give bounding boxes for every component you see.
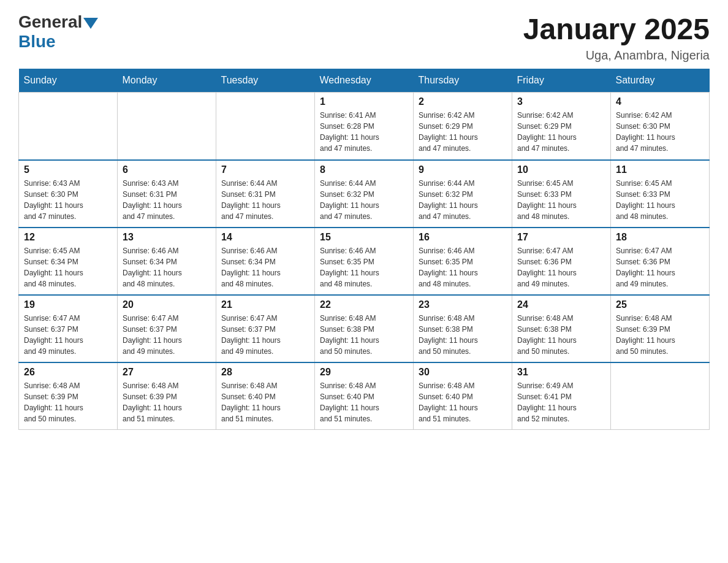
day-number: 31 bbox=[517, 367, 605, 378]
day-info: Sunrise: 6:45 AMSunset: 6:33 PMDaylight:… bbox=[616, 178, 704, 222]
day-info: Sunrise: 6:48 AMSunset: 6:39 PMDaylight:… bbox=[616, 313, 704, 357]
day-info: Sunrise: 6:46 AMSunset: 6:34 PMDaylight:… bbox=[221, 245, 309, 289]
day-info: Sunrise: 6:46 AMSunset: 6:35 PMDaylight:… bbox=[419, 245, 507, 289]
day-number: 23 bbox=[419, 299, 507, 310]
day-of-week-header: Sunday bbox=[19, 69, 118, 93]
day-of-week-header: Saturday bbox=[611, 69, 710, 93]
day-number: 14 bbox=[221, 232, 309, 243]
day-info: Sunrise: 6:47 AMSunset: 6:36 PMDaylight:… bbox=[517, 245, 605, 289]
day-number: 3 bbox=[517, 96, 605, 107]
day-number: 8 bbox=[320, 164, 408, 175]
calendar-week-row: 26Sunrise: 6:48 AMSunset: 6:39 PMDayligh… bbox=[19, 362, 710, 430]
calendar-cell: 11Sunrise: 6:45 AMSunset: 6:33 PMDayligh… bbox=[611, 160, 710, 228]
day-number: 25 bbox=[616, 299, 704, 310]
calendar-cell: 31Sunrise: 6:49 AMSunset: 6:41 PMDayligh… bbox=[512, 362, 611, 430]
day-number: 11 bbox=[616, 164, 704, 175]
day-info: Sunrise: 6:43 AMSunset: 6:30 PMDaylight:… bbox=[24, 178, 112, 222]
logo-arrow-icon bbox=[83, 18, 98, 29]
calendar-cell: 8Sunrise: 6:44 AMSunset: 6:32 PMDaylight… bbox=[315, 160, 414, 228]
day-number: 7 bbox=[221, 164, 309, 175]
day-info: Sunrise: 6:44 AMSunset: 6:32 PMDaylight:… bbox=[419, 178, 507, 222]
day-number: 16 bbox=[419, 232, 507, 243]
day-of-week-header: Monday bbox=[118, 69, 216, 93]
calendar-cell: 2Sunrise: 6:42 AMSunset: 6:29 PMDaylight… bbox=[414, 93, 512, 160]
calendar-cell: 7Sunrise: 6:44 AMSunset: 6:31 PMDaylight… bbox=[216, 160, 315, 228]
calendar-cell: 23Sunrise: 6:48 AMSunset: 6:38 PMDayligh… bbox=[414, 295, 512, 362]
calendar-cell: 14Sunrise: 6:46 AMSunset: 6:34 PMDayligh… bbox=[216, 228, 315, 295]
day-number: 20 bbox=[123, 299, 211, 310]
day-of-week-header: Friday bbox=[512, 69, 611, 93]
calendar: SundayMondayTuesdayWednesdayThursdayFrid… bbox=[18, 69, 710, 430]
day-info: Sunrise: 6:42 AMSunset: 6:30 PMDaylight:… bbox=[616, 110, 704, 154]
day-number: 24 bbox=[517, 299, 605, 310]
calendar-week-row: 12Sunrise: 6:45 AMSunset: 6:34 PMDayligh… bbox=[19, 228, 710, 295]
day-info: Sunrise: 6:47 AMSunset: 6:36 PMDaylight:… bbox=[616, 245, 704, 289]
page-header: General Blue January 2025 Uga, Anambra, … bbox=[18, 12, 710, 63]
day-info: Sunrise: 6:41 AMSunset: 6:28 PMDaylight:… bbox=[320, 110, 408, 154]
day-info: Sunrise: 6:42 AMSunset: 6:29 PMDaylight:… bbox=[517, 110, 605, 154]
calendar-cell: 24Sunrise: 6:48 AMSunset: 6:38 PMDayligh… bbox=[512, 295, 611, 362]
day-number: 1 bbox=[320, 96, 408, 107]
calendar-cell: 6Sunrise: 6:43 AMSunset: 6:31 PMDaylight… bbox=[118, 160, 216, 228]
day-number: 15 bbox=[320, 232, 408, 243]
day-number: 12 bbox=[24, 232, 112, 243]
day-info: Sunrise: 6:46 AMSunset: 6:35 PMDaylight:… bbox=[320, 245, 408, 289]
calendar-cell: 19Sunrise: 6:47 AMSunset: 6:37 PMDayligh… bbox=[19, 295, 118, 362]
day-number: 2 bbox=[419, 96, 507, 107]
day-number: 26 bbox=[24, 367, 112, 378]
day-info: Sunrise: 6:48 AMSunset: 6:40 PMDaylight:… bbox=[419, 380, 507, 424]
calendar-cell bbox=[611, 362, 710, 430]
day-number: 10 bbox=[517, 164, 605, 175]
day-info: Sunrise: 6:42 AMSunset: 6:29 PMDaylight:… bbox=[419, 110, 507, 154]
logo-general: General bbox=[18, 12, 82, 32]
calendar-cell: 18Sunrise: 6:47 AMSunset: 6:36 PMDayligh… bbox=[611, 228, 710, 295]
day-number: 19 bbox=[24, 299, 112, 310]
day-number: 5 bbox=[24, 164, 112, 175]
calendar-cell: 26Sunrise: 6:48 AMSunset: 6:39 PMDayligh… bbox=[19, 362, 118, 430]
calendar-cell: 28Sunrise: 6:48 AMSunset: 6:40 PMDayligh… bbox=[216, 362, 315, 430]
calendar-cell bbox=[118, 93, 216, 160]
month-title: January 2025 bbox=[523, 12, 710, 46]
day-number: 9 bbox=[419, 164, 507, 175]
day-number: 22 bbox=[320, 299, 408, 310]
calendar-cell: 12Sunrise: 6:45 AMSunset: 6:34 PMDayligh… bbox=[19, 228, 118, 295]
calendar-cell: 30Sunrise: 6:48 AMSunset: 6:40 PMDayligh… bbox=[414, 362, 512, 430]
calendar-cell: 16Sunrise: 6:46 AMSunset: 6:35 PMDayligh… bbox=[414, 228, 512, 295]
day-of-week-header: Tuesday bbox=[216, 69, 315, 93]
day-info: Sunrise: 6:48 AMSunset: 6:38 PMDaylight:… bbox=[517, 313, 605, 357]
calendar-cell: 21Sunrise: 6:47 AMSunset: 6:37 PMDayligh… bbox=[216, 295, 315, 362]
day-info: Sunrise: 6:47 AMSunset: 6:37 PMDaylight:… bbox=[123, 313, 211, 357]
logo: General Blue bbox=[18, 12, 99, 52]
day-number: 28 bbox=[221, 367, 309, 378]
day-info: Sunrise: 6:47 AMSunset: 6:37 PMDaylight:… bbox=[24, 313, 112, 357]
day-info: Sunrise: 6:45 AMSunset: 6:33 PMDaylight:… bbox=[517, 178, 605, 222]
day-number: 18 bbox=[616, 232, 704, 243]
day-info: Sunrise: 6:45 AMSunset: 6:34 PMDaylight:… bbox=[24, 245, 112, 289]
location: Uga, Anambra, Nigeria bbox=[523, 48, 710, 63]
day-info: Sunrise: 6:46 AMSunset: 6:34 PMDaylight:… bbox=[123, 245, 211, 289]
calendar-cell: 25Sunrise: 6:48 AMSunset: 6:39 PMDayligh… bbox=[611, 295, 710, 362]
calendar-cell bbox=[216, 93, 315, 160]
day-number: 30 bbox=[419, 367, 507, 378]
calendar-cell: 17Sunrise: 6:47 AMSunset: 6:36 PMDayligh… bbox=[512, 228, 611, 295]
day-number: 4 bbox=[616, 96, 704, 107]
day-number: 17 bbox=[517, 232, 605, 243]
day-info: Sunrise: 6:48 AMSunset: 6:38 PMDaylight:… bbox=[320, 313, 408, 357]
calendar-cell: 13Sunrise: 6:46 AMSunset: 6:34 PMDayligh… bbox=[118, 228, 216, 295]
day-info: Sunrise: 6:48 AMSunset: 6:40 PMDaylight:… bbox=[221, 380, 309, 424]
calendar-cell: 22Sunrise: 6:48 AMSunset: 6:38 PMDayligh… bbox=[315, 295, 414, 362]
calendar-cell: 3Sunrise: 6:42 AMSunset: 6:29 PMDaylight… bbox=[512, 93, 611, 160]
day-number: 29 bbox=[320, 367, 408, 378]
day-info: Sunrise: 6:44 AMSunset: 6:31 PMDaylight:… bbox=[221, 178, 309, 222]
calendar-week-row: 1Sunrise: 6:41 AMSunset: 6:28 PMDaylight… bbox=[19, 93, 710, 160]
day-info: Sunrise: 6:49 AMSunset: 6:41 PMDaylight:… bbox=[517, 380, 605, 424]
calendar-header-row: SundayMondayTuesdayWednesdayThursdayFrid… bbox=[19, 69, 710, 93]
day-info: Sunrise: 6:48 AMSunset: 6:39 PMDaylight:… bbox=[123, 380, 211, 424]
title-section: January 2025 Uga, Anambra, Nigeria bbox=[523, 12, 710, 63]
day-info: Sunrise: 6:44 AMSunset: 6:32 PMDaylight:… bbox=[320, 178, 408, 222]
calendar-cell: 4Sunrise: 6:42 AMSunset: 6:30 PMDaylight… bbox=[611, 93, 710, 160]
day-number: 6 bbox=[123, 164, 211, 175]
day-info: Sunrise: 6:47 AMSunset: 6:37 PMDaylight:… bbox=[221, 313, 309, 357]
day-of-week-header: Wednesday bbox=[315, 69, 414, 93]
calendar-cell: 15Sunrise: 6:46 AMSunset: 6:35 PMDayligh… bbox=[315, 228, 414, 295]
